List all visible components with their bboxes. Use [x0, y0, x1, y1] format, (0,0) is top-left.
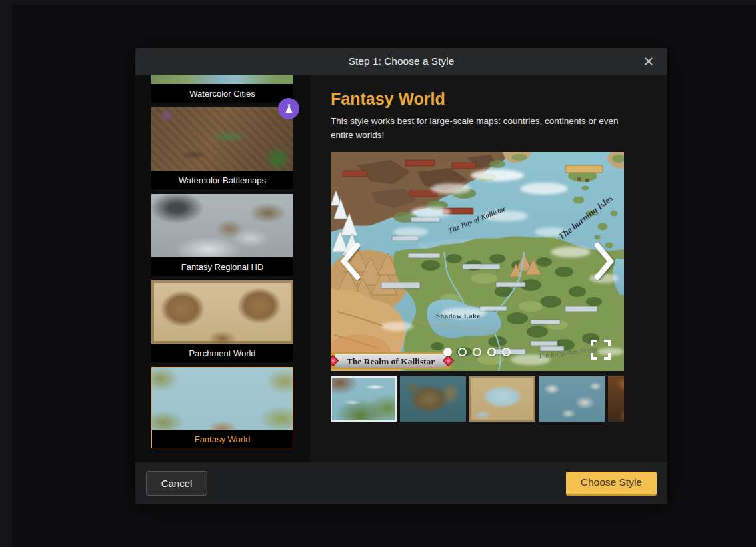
- chevron-left-icon: [340, 242, 360, 280]
- preview-thumbnails: [331, 376, 624, 422]
- map-banner-title: The Realm of Kallistar: [347, 356, 435, 366]
- style-preview-carousel: The Bay of Kallistar The burning Isles S…: [331, 152, 624, 371]
- map-terrain: [331, 152, 624, 371]
- dialog-header: Step 1: Choose a Style ✕: [135, 48, 667, 75]
- style-thumbnail-watercolor-cities: [151, 75, 293, 84]
- carousel-dots: [443, 348, 511, 356]
- carousel-dot-2[interactable]: [458, 348, 467, 356]
- carousel-dot-1[interactable]: [443, 348, 452, 356]
- carousel-dot-5[interactable]: [502, 348, 511, 356]
- fullscreen-icon: [591, 340, 611, 360]
- preview-thumbnail-1[interactable]: [331, 376, 397, 422]
- style-label: Watercolor Battlemaps: [151, 171, 293, 189]
- carousel-next-button[interactable]: [595, 242, 615, 280]
- style-thumbnail-watercolor-battlemaps: [151, 107, 293, 171]
- style-card-fantasy-regional-hd[interactable]: Fantasy Regional HD: [151, 194, 293, 276]
- cancel-button[interactable]: Cancel: [146, 471, 207, 496]
- carousel-dot-3[interactable]: [473, 348, 481, 356]
- dialog-body: Watercolor Cities Watercolor Battlemaps: [135, 75, 667, 462]
- carousel-dot-4[interactable]: [487, 348, 496, 356]
- page-background-strip: [0, 0, 12, 547]
- style-description: This style works best for large-scale ma…: [331, 115, 629, 143]
- style-list: Watercolor Cities Watercolor Battlemaps: [135, 75, 310, 462]
- style-label: Watercolor Cities: [151, 84, 293, 103]
- style-thumbnail-fantasy-regional-hd: [151, 194, 293, 257]
- chevron-right-icon: [595, 242, 615, 280]
- style-label: Parchment World: [151, 344, 293, 362]
- style-thumbnail-fantasy-world: [152, 368, 293, 430]
- style-label: Fantasy Regional HD: [151, 257, 293, 276]
- carousel-prev-button[interactable]: [340, 242, 360, 280]
- choose-style-button[interactable]: Choose Style: [566, 472, 657, 496]
- dialog-title: Step 1: Choose a Style: [349, 55, 455, 67]
- style-card-parchment-world[interactable]: Parchment World: [151, 280, 293, 362]
- style-card-watercolor-battlemaps[interactable]: Watercolor Battlemaps: [151, 107, 293, 189]
- flask-icon: [283, 103, 295, 115]
- preview-thumbnail-3[interactable]: [469, 376, 535, 422]
- page-background-strip-top: [0, 0, 756, 5]
- style-label-selected: Fantasy World: [152, 430, 293, 448]
- preview-thumbnail-4[interactable]: [539, 376, 605, 422]
- map-title-banner: The Realm of Kallistar: [331, 353, 453, 368]
- map-label-lake: Shadow Lake: [436, 312, 480, 320]
- style-heading: Fantasy World: [331, 89, 667, 109]
- style-card-fantasy-world[interactable]: Fantasy World: [151, 367, 293, 448]
- dialog-footer: Cancel Choose Style: [135, 462, 667, 504]
- experimental-badge: [278, 98, 299, 119]
- preview-thumbnail-2[interactable]: [400, 376, 466, 422]
- preview-thumbnail-5[interactable]: [608, 376, 624, 422]
- fullscreen-button[interactable]: [591, 340, 611, 360]
- close-icon[interactable]: ✕: [638, 53, 659, 71]
- choose-style-dialog: Step 1: Choose a Style ✕ Watercolor Citi…: [135, 48, 667, 504]
- style-list-scroll[interactable]: Watercolor Cities Watercolor Battlemaps: [135, 75, 310, 462]
- style-preview-map-image: The Bay of Kallistar The burning Isles S…: [331, 152, 624, 371]
- style-card-watercolor-cities[interactable]: Watercolor Cities: [151, 75, 293, 103]
- style-preview-pane: Fantasy World This style works best for …: [310, 75, 667, 462]
- style-thumbnail-parchment-world: [151, 280, 293, 344]
